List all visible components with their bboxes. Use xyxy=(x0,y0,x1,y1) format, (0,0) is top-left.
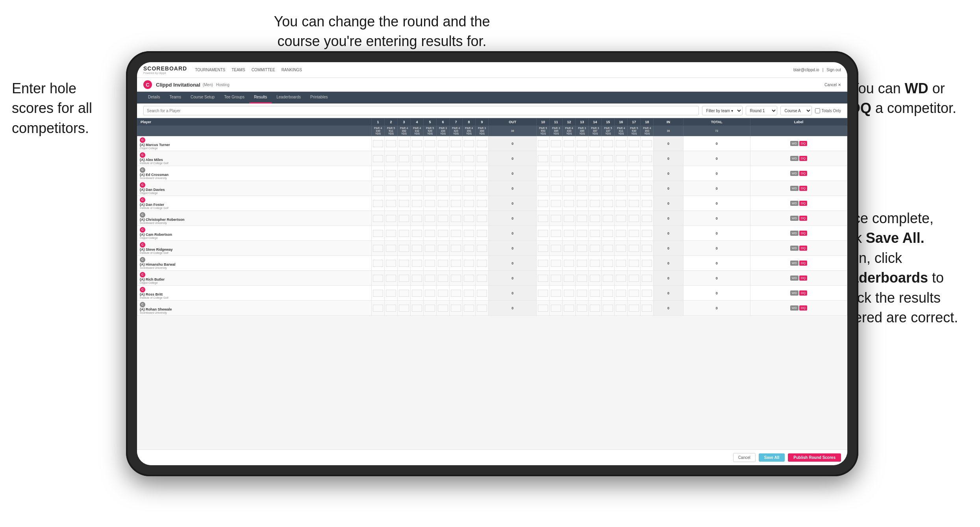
score-input-h4[interactable] xyxy=(412,140,422,147)
score-cell-b15[interactable] xyxy=(602,211,615,226)
score-cell-b16[interactable] xyxy=(615,181,628,196)
score-cell-b10[interactable] xyxy=(537,151,550,166)
score-input-b18[interactable] xyxy=(642,245,652,252)
nav-committee[interactable]: COMMITTEE xyxy=(252,67,275,73)
score-input-b13[interactable] xyxy=(577,290,587,297)
wd-button[interactable]: WD xyxy=(790,156,798,161)
score-input-b13[interactable] xyxy=(577,305,587,312)
score-cell-b14[interactable] xyxy=(589,181,602,196)
score-input-h8[interactable] xyxy=(464,215,474,222)
score-cell-b14[interactable] xyxy=(589,256,602,271)
score-input-h9[interactable] xyxy=(477,245,487,252)
score-cell-h6[interactable] xyxy=(437,166,450,181)
score-cell-b13[interactable] xyxy=(576,211,589,226)
score-input-b13[interactable] xyxy=(577,215,587,222)
score-input-b17[interactable] xyxy=(629,140,639,147)
score-input-b12[interactable] xyxy=(564,260,574,267)
search-input[interactable] xyxy=(143,106,699,115)
score-cell-b11[interactable] xyxy=(550,301,563,316)
score-cell-b14[interactable] xyxy=(589,301,602,316)
score-input-h1[interactable] xyxy=(373,215,383,222)
score-input-b11[interactable] xyxy=(551,170,561,177)
score-cell-h5[interactable] xyxy=(424,301,437,316)
score-input-h7[interactable] xyxy=(451,215,461,222)
score-cell-h2[interactable] xyxy=(385,211,398,226)
tab-results[interactable]: Results xyxy=(249,92,272,104)
score-cell-h4[interactable] xyxy=(411,196,424,211)
tab-course-setup[interactable]: Course Setup xyxy=(186,92,219,104)
round-select[interactable]: Round 1 Round 2 Round 3 Round 4 xyxy=(746,106,777,115)
score-cell-h3[interactable] xyxy=(398,271,411,286)
score-input-h1[interactable] xyxy=(373,290,383,297)
score-input-h9[interactable] xyxy=(477,155,487,162)
score-cell-h5[interactable] xyxy=(424,196,437,211)
dq-button[interactable]: DQ xyxy=(799,201,807,206)
score-cell-b17[interactable] xyxy=(628,136,641,151)
score-cell-h6[interactable] xyxy=(437,241,450,256)
score-input-h2[interactable] xyxy=(386,275,396,282)
score-input-h8[interactable] xyxy=(464,230,474,237)
score-cell-h5[interactable] xyxy=(424,136,437,151)
score-input-b15[interactable] xyxy=(603,275,613,282)
score-cell-h1[interactable] xyxy=(372,256,385,271)
score-cell-h6[interactable] xyxy=(437,256,450,271)
score-input-b15[interactable] xyxy=(603,140,613,147)
score-cell-b13[interactable] xyxy=(576,166,589,181)
score-input-h5[interactable] xyxy=(425,290,435,297)
score-cell-b18[interactable] xyxy=(641,151,654,166)
score-cell-h8[interactable] xyxy=(463,256,476,271)
score-input-h4[interactable] xyxy=(412,155,422,162)
score-input-b18[interactable] xyxy=(642,275,652,282)
score-cell-h9[interactable] xyxy=(476,301,489,316)
score-cell-b14[interactable] xyxy=(589,151,602,166)
score-input-b10[interactable] xyxy=(538,290,548,297)
score-input-h1[interactable] xyxy=(373,170,383,177)
score-input-b11[interactable] xyxy=(551,230,561,237)
nav-teams[interactable]: TEAMS xyxy=(232,67,245,73)
score-cell-b14[interactable] xyxy=(589,211,602,226)
score-input-b11[interactable] xyxy=(551,185,561,192)
score-cell-h9[interactable] xyxy=(476,256,489,271)
score-input-h1[interactable] xyxy=(373,140,383,147)
score-input-b11[interactable] xyxy=(551,275,561,282)
score-cell-b16[interactable] xyxy=(615,256,628,271)
score-input-h6[interactable] xyxy=(438,155,448,162)
score-input-h6[interactable] xyxy=(438,200,448,207)
score-cell-b14[interactable] xyxy=(589,166,602,181)
score-cell-b18[interactable] xyxy=(641,301,654,316)
wd-button[interactable]: WD xyxy=(790,246,798,251)
score-input-h8[interactable] xyxy=(464,245,474,252)
score-cell-h4[interactable] xyxy=(411,301,424,316)
score-input-b17[interactable] xyxy=(629,305,639,312)
tab-details[interactable]: Details xyxy=(143,92,165,104)
score-cell-h1[interactable] xyxy=(372,286,385,301)
score-input-h2[interactable] xyxy=(386,185,396,192)
score-cell-b10[interactable] xyxy=(537,241,550,256)
score-input-h4[interactable] xyxy=(412,185,422,192)
score-input-b13[interactable] xyxy=(577,200,587,207)
score-cell-b13[interactable] xyxy=(576,256,589,271)
score-cell-h5[interactable] xyxy=(424,226,437,241)
score-input-b11[interactable] xyxy=(551,155,561,162)
score-input-b17[interactable] xyxy=(629,260,639,267)
score-input-b15[interactable] xyxy=(603,260,613,267)
score-input-h5[interactable] xyxy=(425,305,435,312)
score-cell-b10[interactable] xyxy=(537,301,550,316)
score-input-h6[interactable] xyxy=(438,275,448,282)
score-input-h7[interactable] xyxy=(451,140,461,147)
score-input-h6[interactable] xyxy=(438,170,448,177)
score-cell-h3[interactable] xyxy=(398,286,411,301)
score-input-h9[interactable] xyxy=(477,200,487,207)
score-cell-h8[interactable] xyxy=(463,241,476,256)
score-input-b12[interactable] xyxy=(564,200,574,207)
score-cell-b14[interactable] xyxy=(589,136,602,151)
label-cell[interactable]: WDDQ xyxy=(750,166,847,181)
score-cell-b12[interactable] xyxy=(563,136,576,151)
score-input-b14[interactable] xyxy=(590,230,600,237)
score-input-h9[interactable] xyxy=(477,215,487,222)
score-cell-b12[interactable] xyxy=(563,196,576,211)
score-cell-h1[interactable] xyxy=(372,241,385,256)
score-cell-h2[interactable] xyxy=(385,136,398,151)
score-cell-h6[interactable] xyxy=(437,136,450,151)
score-cell-b10[interactable] xyxy=(537,256,550,271)
